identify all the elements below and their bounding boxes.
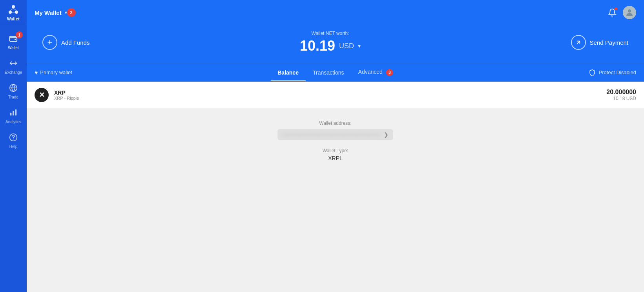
svg-rect-6: [10, 36, 17, 42]
wallet-type-section: Wallet Type: XRPL: [323, 148, 348, 161]
svg-point-14: [628, 9, 631, 13]
wallet-type-label: Wallet Type:: [323, 148, 348, 153]
exchange-icon: [8, 58, 19, 69]
wallet-name: My Wallet: [35, 9, 62, 16]
main-content: My Wallet ▾ 2 + Add Funds: [27, 0, 644, 292]
svg-line-4: [13, 8, 16, 11]
token-info: XRP XRP - Ripple: [54, 89, 79, 100]
send-payment-button[interactable]: Send Payment: [571, 35, 628, 50]
sidebar-item-help[interactable]: Help: [0, 127, 27, 152]
help-icon: [8, 132, 19, 143]
tab-transactions[interactable]: Transactions: [306, 64, 351, 81]
subnav: ♥ Primary wallet Balance Transactions Ad…: [27, 63, 644, 82]
token-subtitle: XRP - Ripple: [54, 96, 79, 100]
token-balance-value: 20.000000: [606, 89, 636, 96]
sidebar-logo-text: Wallet: [7, 17, 20, 21]
analytics-icon: [8, 107, 19, 118]
subnav-tabs: Balance Transactions Advanced 3: [270, 63, 400, 82]
wallet-address-section: Wallet address: rXXXXXXXXXXXXXXXXXXXXXXX…: [277, 120, 394, 140]
primary-wallet-indicator: ♥ Primary wallet: [35, 69, 72, 76]
net-worth-value: 10.19: [300, 38, 335, 54]
wallet-badge: 1: [16, 31, 23, 38]
svg-rect-9: [10, 113, 12, 115]
trade-icon: [8, 82, 19, 93]
svg-point-0: [12, 5, 15, 8]
sidebar-item-analytics[interactable]: Analytics: [0, 102, 27, 127]
sidebar-navigation: 1 Wallet Exchange: [0, 25, 27, 292]
currency-chevron-icon[interactable]: ▾: [358, 43, 361, 49]
sidebar-item-exchange[interactable]: Exchange: [0, 53, 27, 78]
tab-advanced[interactable]: Advanced 3: [351, 63, 400, 82]
user-avatar[interactable]: [623, 6, 636, 19]
add-funds-button[interactable]: + Add Funds: [42, 35, 90, 50]
wallet-details: Wallet address: rXXXXXXXXXXXXXXXXXXXXXXX…: [27, 109, 644, 173]
token-name: XRP: [54, 89, 79, 96]
sidebar-trade-label: Trade: [8, 95, 18, 99]
protect-disabled-button[interactable]: Protect Disabled: [589, 69, 636, 76]
currency-label: USD: [339, 42, 354, 50]
wallet-address-field: rXXXXXXXXXXXXXXXXXXXXXXX ❯: [277, 129, 394, 140]
topbar-badge: 2: [67, 8, 76, 17]
logo-icon: [7, 4, 20, 16]
sidebar: Wallet 1 Wallet: [0, 0, 27, 292]
wallet-chevron-icon: ▾: [65, 10, 67, 15]
copy-address-button[interactable]: ❯: [384, 131, 389, 138]
sidebar-item-wallet[interactable]: 1 Wallet: [0, 28, 27, 53]
tab-balance[interactable]: Balance: [270, 64, 306, 81]
heart-icon: ♥: [35, 69, 38, 76]
svg-point-13: [13, 139, 14, 140]
svg-point-7: [15, 39, 16, 40]
add-funds-label: Add Funds: [61, 39, 90, 46]
topbar: My Wallet ▾ 2: [27, 0, 644, 25]
net-worth-amount: 10.19 USD ▾: [300, 38, 361, 54]
sidebar-analytics-label: Analytics: [5, 120, 21, 124]
content-area: ✕ XRP XRP - Ripple 20.000000 10.18 USD W…: [27, 82, 644, 292]
wallet-net-worth: Wallet NET worth: 10.19 USD ▾: [300, 31, 361, 54]
notification-dot: [615, 7, 617, 10]
send-payment-arrow-icon: [571, 35, 586, 50]
protect-disabled-label: Protect Disabled: [599, 69, 636, 75]
hero-section: + Add Funds Wallet NET worth: 10.19 USD …: [27, 25, 644, 63]
svg-rect-10: [13, 111, 14, 115]
wallet-type-value: XRPL: [323, 155, 348, 161]
add-funds-circle-icon: +: [42, 35, 57, 50]
sidebar-logo: Wallet: [0, 0, 27, 25]
advanced-tab-badge: 3: [386, 69, 393, 76]
xrp-token-icon: ✕: [35, 88, 49, 102]
sidebar-help-label: Help: [9, 144, 18, 149]
primary-wallet-label: Primary wallet: [40, 69, 72, 75]
token-balance: 20.000000 10.18 USD: [606, 89, 636, 101]
sidebar-exchange-label: Exchange: [5, 70, 22, 75]
net-worth-label: Wallet NET worth:: [300, 31, 361, 36]
wallet-address-value: rXXXXXXXXXXXXXXXXXXXXXXX: [282, 132, 381, 138]
wallet-selector[interactable]: My Wallet ▾: [35, 9, 67, 16]
svg-rect-11: [15, 110, 17, 116]
topbar-icons: [608, 6, 636, 19]
token-balance-usd: 10.18 USD: [606, 96, 636, 101]
wallet-address-label: Wallet address:: [277, 120, 394, 126]
notification-bell-button[interactable]: [608, 8, 617, 17]
table-row[interactable]: ✕ XRP XRP - Ripple 20.000000 10.18 USD: [27, 82, 644, 109]
sidebar-wallet-label: Wallet: [8, 46, 18, 50]
svg-line-3: [10, 8, 13, 11]
shield-icon: [589, 69, 596, 76]
send-payment-label: Send Payment: [590, 39, 628, 46]
sidebar-item-trade[interactable]: Trade: [0, 78, 27, 102]
